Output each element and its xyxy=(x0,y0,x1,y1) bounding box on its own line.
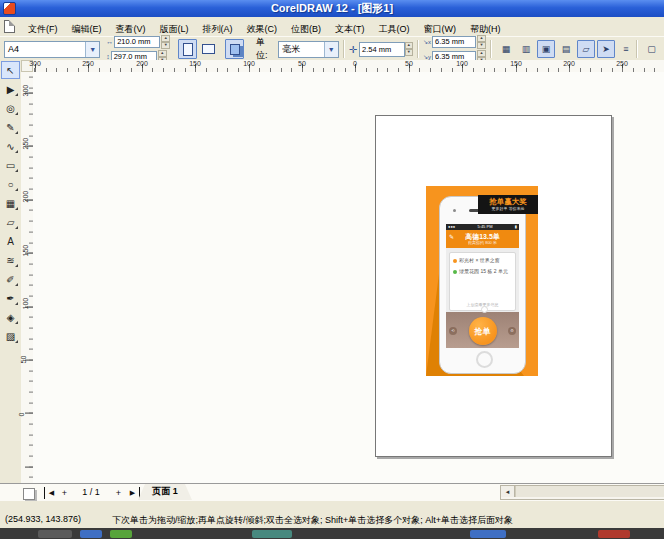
windows-taskbar[interactable] xyxy=(0,528,664,539)
add-page-after-button[interactable]: + xyxy=(112,487,125,499)
hruler-label: 0 xyxy=(353,60,357,67)
interactive-fill-tool[interactable]: ▨ xyxy=(1,327,20,345)
menu-items: 文件(F)编辑(E)查看(V)版面(L)排列(A)效果(C)位图(B)文本(T)… xyxy=(21,18,508,36)
page-indicator: 1 / 1 xyxy=(70,487,112,497)
interactive-blend-tool[interactable]: ≋ xyxy=(1,251,20,269)
horizontal-scrollbar[interactable]: ◂ xyxy=(500,485,664,500)
page-icon: ▢ xyxy=(647,44,656,54)
hruler-label: 100 xyxy=(456,60,468,67)
taskbar-item[interactable] xyxy=(38,530,72,538)
order-bullet xyxy=(453,259,457,263)
duplicate-x-field[interactable]: 6.35 mm xyxy=(432,36,476,48)
refresh-icon: ⟲ xyxy=(449,327,457,335)
paper-width-field[interactable]: 210.0 mm xyxy=(114,36,160,48)
scrollbar-thumb[interactable] xyxy=(515,486,664,497)
page-tab[interactable]: 页面 1 xyxy=(138,484,192,500)
outline-tool[interactable]: ✒ xyxy=(1,289,20,307)
document-icon[interactable] xyxy=(4,20,15,33)
taskbar-item[interactable] xyxy=(470,530,506,538)
menu-bitmaps[interactable]: 位图(B) xyxy=(284,22,328,36)
basic-shapes-tool[interactable]: ▱ xyxy=(1,213,20,231)
duplicate-x-icon: ↘x xyxy=(423,38,431,45)
paper-width-spinner[interactable]: ▲▼ xyxy=(161,35,170,49)
card-notch xyxy=(481,306,488,313)
last-page-button[interactable]: ▶ xyxy=(126,487,140,499)
portrait-icon xyxy=(183,43,193,56)
order-header-subtitle: 距离你约 800 米 xyxy=(446,241,519,245)
vruler-label: 200 xyxy=(22,191,29,203)
snap-button-group: ▦▥▣▤▱➤≡ xyxy=(496,40,636,58)
vruler-label: 100 xyxy=(22,298,29,310)
apply-to-all-pages-button[interactable] xyxy=(225,39,244,59)
menu-help[interactable]: 帮助(H) xyxy=(463,22,508,36)
menu-text[interactable]: 文本(T) xyxy=(328,22,372,36)
settings-icon: ⚙ xyxy=(508,327,516,335)
menu-window[interactable]: 窗口(W) xyxy=(417,22,464,36)
pages-icon xyxy=(230,44,240,55)
menu-effects[interactable]: 效果(C) xyxy=(240,22,285,36)
menu-edit[interactable]: 编辑(E) xyxy=(65,22,109,36)
chevron-down-icon[interactable]: ▼ xyxy=(85,42,99,57)
menu-tools[interactable]: 工具(O) xyxy=(372,22,417,36)
artwork-image[interactable]: ●●● 5:45 PM ▮ ✎ 高德13.5单 距离你约 800 米 彩光村 ×… xyxy=(426,186,538,376)
snap-to-grid-button[interactable]: ▦ xyxy=(497,40,515,58)
landscape-button[interactable] xyxy=(199,39,218,59)
property-options-button[interactable]: ≡ xyxy=(617,40,635,58)
ellipse-tool[interactable]: ○ xyxy=(1,175,20,193)
eyedropper-tool[interactable]: ✐ xyxy=(1,270,20,288)
smart-drawing-tool[interactable]: ∿ xyxy=(1,137,20,155)
text-tool[interactable]: A xyxy=(1,232,20,250)
first-page-button[interactable]: ◀ xyxy=(44,487,58,499)
hruler-label: 200 xyxy=(136,60,148,67)
vruler-label: 50 xyxy=(20,356,27,364)
promo-tag: 抢单赢大奖 更多好单 等你来抢 xyxy=(478,195,538,214)
taskbar-item[interactable] xyxy=(252,530,292,538)
vruler-label: 250 xyxy=(22,138,29,150)
rectangle-tool[interactable]: ▭ xyxy=(1,156,20,174)
dynamic-guides-button[interactable]: ▤ xyxy=(557,40,575,58)
portrait-button[interactable] xyxy=(178,39,197,59)
scroll-left-button[interactable]: ◂ xyxy=(501,486,515,497)
menu-arrange[interactable]: 排列(A) xyxy=(196,22,240,36)
duplicate-y-icon: ↘y xyxy=(423,53,431,60)
zoom-tool[interactable]: ◎ xyxy=(1,99,20,117)
freehand-tool[interactable]: ✎ xyxy=(1,118,20,136)
page-sorter-icon[interactable] xyxy=(23,488,35,500)
treat-as-filled-button[interactable]: ▱ xyxy=(577,40,595,58)
order-text: 绿景花园 15 栋 2 单元 xyxy=(459,268,508,275)
units-combo[interactable]: 毫米 ▼ xyxy=(278,41,338,58)
phone-mockup: ●●● 5:45 PM ▮ ✎ 高德13.5单 距离你约 800 米 彩光村 ×… xyxy=(439,196,526,374)
vruler-label: 300 xyxy=(22,85,29,97)
options-page-button[interactable]: ▢ xyxy=(643,40,660,58)
window-title: CorelDRAW 12 - [图形1] xyxy=(0,1,664,16)
title-bar[interactable]: CorelDRAW 12 - [图形1] xyxy=(0,0,664,17)
grab-order-button: 抢单 xyxy=(469,317,497,345)
taskbar-item[interactable] xyxy=(80,530,102,538)
shape-tool[interactable]: ▶ xyxy=(1,80,20,98)
snap-to-objects-button[interactable]: ▣ xyxy=(537,40,555,58)
document-page[interactable]: ●●● 5:45 PM ▮ ✎ 高德13.5单 距离你约 800 米 彩光村 ×… xyxy=(375,115,612,457)
units-label: 单位: xyxy=(253,36,278,62)
pick-tool[interactable]: ↖ xyxy=(1,61,20,79)
paper-size-combo[interactable]: A4 ▼ xyxy=(4,41,100,58)
status-bar: (254.933, 143.876) 下次单击为拖动/缩放;再单点旋转/倾斜;双… xyxy=(0,501,664,528)
promo-line2: 更多好单 等你来抢 xyxy=(491,207,524,212)
taskbar-item[interactable] xyxy=(598,530,630,538)
paper-width-icon: ↔ xyxy=(106,38,113,45)
pick-behavior-button[interactable]: ➤ xyxy=(597,40,615,58)
nudge-spinner[interactable]: ▲▼ xyxy=(405,42,413,56)
duplicate-x-spinner[interactable]: ▲▼ xyxy=(477,35,486,49)
fill-tool[interactable]: ◈ xyxy=(1,308,20,326)
menu-layout[interactable]: 版面(L) xyxy=(153,22,196,36)
snap-to-guidelines-button[interactable]: ▥ xyxy=(517,40,535,58)
chevron-down-icon[interactable]: ▼ xyxy=(324,42,338,57)
drawing-canvas[interactable]: ●●● 5:45 PM ▮ ✎ 高德13.5单 距离你约 800 米 彩光村 ×… xyxy=(33,72,664,483)
menu-file[interactable]: 文件(F) xyxy=(21,22,65,36)
taskbar-item[interactable] xyxy=(110,530,132,538)
hruler-label: 250 xyxy=(82,60,94,67)
vruler-label: 150 xyxy=(22,245,29,257)
hruler-label: 250 xyxy=(616,60,628,67)
nudge-offset-field[interactable]: 2.54 mm xyxy=(359,42,405,57)
menu-view[interactable]: 查看(V) xyxy=(109,22,153,36)
graph-paper-tool[interactable]: ▦ xyxy=(1,194,20,212)
